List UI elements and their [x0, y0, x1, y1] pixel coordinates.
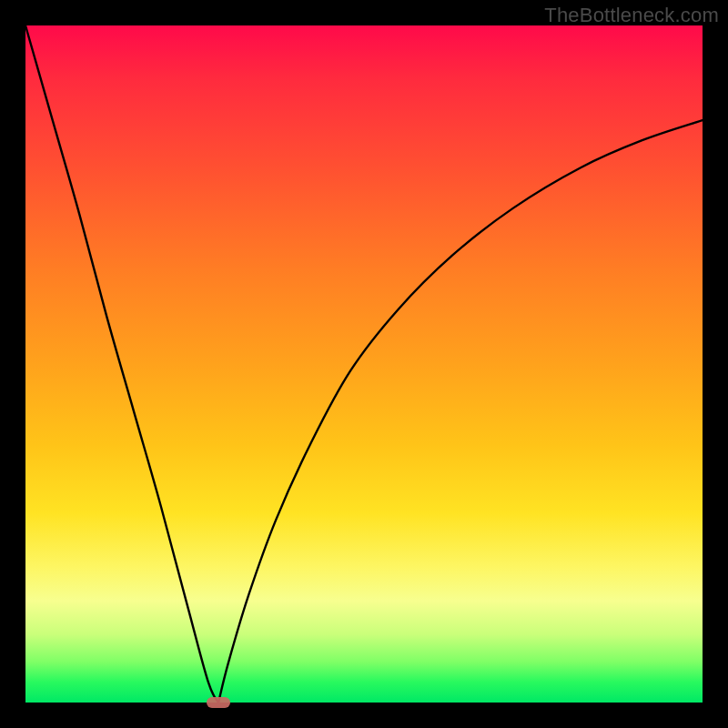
- curve-svg: [25, 25, 703, 703]
- plot-area: [25, 25, 703, 703]
- curve-right: [218, 120, 703, 703]
- watermark-text: TheBottleneck.com: [544, 4, 719, 27]
- minimum-marker: [207, 697, 230, 708]
- chart-frame: TheBottleneck.com: [0, 0, 728, 728]
- curve-left: [25, 25, 218, 703]
